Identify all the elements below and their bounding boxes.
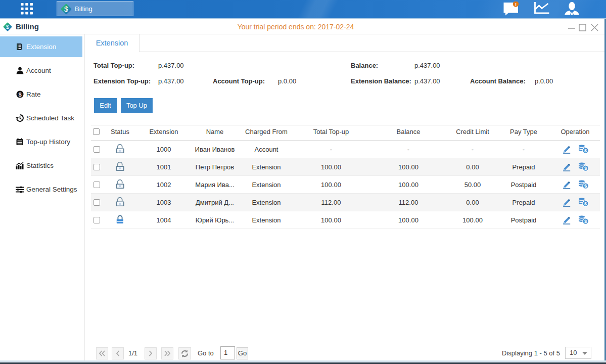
svg-text:!: ! — [515, 2, 517, 7]
svg-text:$: $ — [584, 165, 587, 171]
svg-text:$: $ — [584, 148, 587, 153]
svg-text:$: $ — [18, 92, 21, 98]
svg-text:$: $ — [584, 201, 587, 206]
svg-text:$: $ — [584, 218, 587, 224]
svg-text:$: $ — [64, 5, 68, 13]
svg-text:$: $ — [584, 183, 587, 189]
svg-text:$: $ — [6, 24, 10, 30]
